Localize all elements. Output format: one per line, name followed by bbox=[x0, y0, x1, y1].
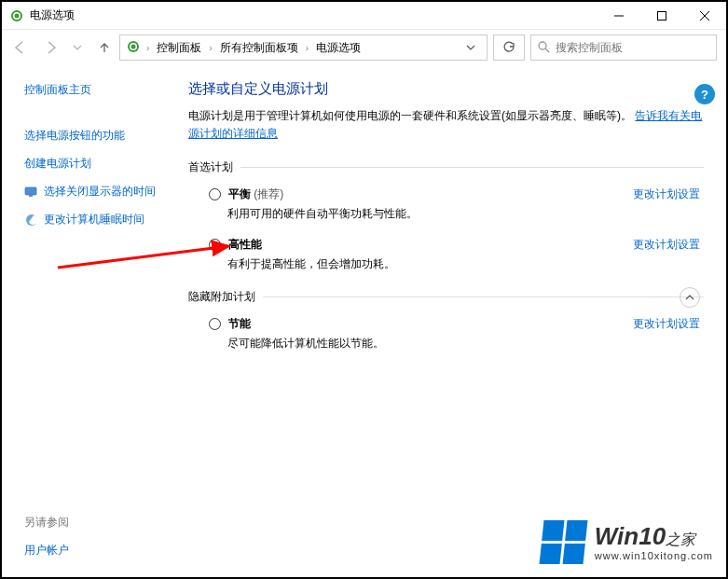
minimize-button[interactable] bbox=[598, 2, 640, 29]
change-plan-link[interactable]: 更改计划设置 bbox=[633, 237, 700, 253]
up-button[interactable] bbox=[95, 36, 114, 59]
sidebar-link[interactable]: 创建电源计划 bbox=[24, 156, 91, 172]
windows-logo-icon bbox=[539, 520, 587, 564]
forward-button[interactable] bbox=[41, 37, 60, 58]
see-also-section: 另请参阅 用户帐户 bbox=[24, 515, 69, 558]
title-bar: 电源选项 bbox=[2, 2, 726, 30]
svg-rect-4 bbox=[658, 11, 666, 20]
plan-name: 高性能 bbox=[228, 238, 262, 251]
plan-name: 节能 bbox=[228, 317, 251, 330]
power-plan-power-saver[interactable]: 节能 更改计划设置 bbox=[188, 312, 704, 332]
see-also-link[interactable]: 用户帐户 bbox=[24, 543, 69, 558]
description-text: 电源计划是用于管理计算机如何使用电源的一套硬件和系统设置(如显示器亮度、睡眠等)… bbox=[188, 109, 632, 122]
power-options-icon bbox=[126, 39, 141, 57]
watermark: Win10之家 www.win10xitong.com bbox=[542, 520, 713, 564]
search-box[interactable] bbox=[530, 34, 717, 61]
breadcrumb-item[interactable]: 电源选项 bbox=[314, 38, 363, 58]
plan-description: 利用可用的硬件自动平衡功耗与性能。 bbox=[188, 202, 704, 222]
search-icon bbox=[537, 40, 550, 56]
plan-description: 尽可能降低计算机性能以节能。 bbox=[188, 332, 704, 352]
plan-name: 平衡 bbox=[228, 187, 251, 200]
content-area: 控制面板主页 选择电源按钮的功能 创建电源计划 选择关闭显示器的时间 更改计算机… bbox=[2, 65, 726, 577]
refresh-button[interactable] bbox=[493, 34, 525, 61]
svg-line-11 bbox=[545, 48, 549, 52]
power-plan-high-performance[interactable]: 高性能 更改计划设置 bbox=[188, 233, 704, 253]
divider bbox=[263, 296, 704, 297]
plan-sub: (推荐) bbox=[254, 187, 283, 200]
power-options-icon bbox=[9, 8, 24, 23]
sidebar-link[interactable]: 更改计算机睡眠时间 bbox=[44, 212, 144, 227]
svg-point-9 bbox=[131, 44, 136, 48]
preferred-plans-header: 首选计划 bbox=[188, 159, 704, 175]
watermark-url: www.win10xitong.com bbox=[595, 550, 713, 561]
watermark-brand: Win10之家 bbox=[595, 523, 695, 550]
window-title: 电源选项 bbox=[30, 7, 598, 23]
maximize-button[interactable] bbox=[640, 2, 683, 29]
breadcrumb[interactable]: › 控制面板 › 所有控制面板项 › 电源选项 bbox=[119, 34, 488, 61]
svg-rect-12 bbox=[25, 187, 36, 195]
recent-dropdown[interactable] bbox=[71, 40, 84, 55]
change-plan-link[interactable]: 更改计划设置 bbox=[633, 316, 700, 332]
close-button[interactable] bbox=[683, 2, 726, 29]
breadcrumb-dropdown[interactable] bbox=[460, 39, 481, 56]
page-description: 电源计划是用于管理计算机如何使用电源的一套硬件和系统设置(如显示器亮度、睡眠等)… bbox=[188, 107, 704, 143]
plan-description: 有利于提高性能，但会增加功耗。 bbox=[188, 253, 704, 272]
radio-button[interactable] bbox=[209, 318, 221, 330]
navigation-bar: › 控制面板 › 所有控制面板项 › 电源选项 bbox=[2, 30, 726, 65]
sleep-icon bbox=[24, 213, 39, 227]
page-heading: 选择或自定义电源计划 bbox=[188, 80, 704, 98]
window-controls bbox=[598, 2, 726, 29]
chevron-right-icon: › bbox=[207, 43, 213, 53]
collapse-button[interactable] bbox=[680, 287, 700, 308]
breadcrumb-item[interactable]: 所有控制面板项 bbox=[218, 38, 300, 58]
radio-button[interactable] bbox=[209, 239, 221, 251]
power-plan-balanced[interactable]: 平衡 (推荐) 更改计划设置 bbox=[188, 183, 704, 202]
section-label: 隐藏附加计划 bbox=[188, 289, 255, 305]
svg-rect-13 bbox=[29, 195, 33, 197]
radio-button[interactable] bbox=[209, 188, 221, 200]
sidebar-link[interactable]: 选择电源按钮的功能 bbox=[24, 128, 125, 144]
sidebar-link[interactable]: 选择关闭显示器的时间 bbox=[44, 184, 156, 200]
chevron-right-icon: › bbox=[144, 43, 151, 53]
svg-point-10 bbox=[539, 42, 546, 49]
sidebar: 控制面板主页 选择电源按钮的功能 创建电源计划 选择关闭显示器的时间 更改计算机… bbox=[2, 65, 188, 577]
divider bbox=[240, 167, 704, 168]
svg-point-2 bbox=[15, 13, 20, 18]
see-also-header: 另请参阅 bbox=[24, 515, 69, 531]
chevron-right-icon: › bbox=[304, 43, 310, 53]
nav-arrows bbox=[11, 36, 114, 59]
search-input[interactable] bbox=[556, 41, 710, 54]
change-plan-link[interactable]: 更改计划设置 bbox=[633, 186, 700, 202]
hidden-plans-header: 隐藏附加计划 bbox=[188, 289, 704, 305]
section-label: 首选计划 bbox=[188, 159, 233, 175]
monitor-icon bbox=[24, 185, 39, 200]
main-panel: 选择或自定义电源计划 电源计划是用于管理计算机如何使用电源的一套硬件和系统设置(… bbox=[188, 65, 726, 577]
sidebar-home-link[interactable]: 控制面板主页 bbox=[24, 82, 175, 98]
breadcrumb-item[interactable]: 控制面板 bbox=[155, 38, 203, 58]
back-button[interactable] bbox=[11, 37, 30, 58]
